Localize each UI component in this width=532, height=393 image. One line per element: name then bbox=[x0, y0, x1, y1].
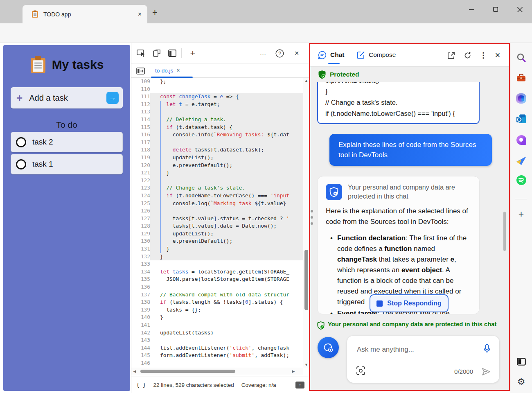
open-external-icon bbox=[447, 52, 455, 59]
ask-input[interactable] bbox=[357, 346, 467, 354]
code-editor[interactable]: 109};110111const changeTask = e => {112 … bbox=[131, 78, 303, 368]
vertical-scrollbar-thumb[interactable] bbox=[304, 250, 308, 310]
code-line-139: 139 tasks = {}; bbox=[131, 306, 303, 314]
code-line-128: 128 tasks[t.value].date = Date.now(); bbox=[131, 222, 303, 230]
code-line-125: 125 console.log(`Marking task ${t.value} bbox=[131, 200, 303, 208]
copilot-sidebar: Chat Compose ⋮ × e.preventDefault()}// C… bbox=[309, 43, 510, 391]
character-counter: 0/2000 bbox=[454, 368, 473, 375]
format-code-button[interactable]: { } bbox=[136, 382, 146, 388]
close-icon bbox=[517, 7, 523, 12]
horizontal-scrollbar[interactable]: ◀ ▶ bbox=[131, 368, 303, 375]
code-line-135: 135 JSON.parse(localStorage.getItem(STOR… bbox=[131, 276, 303, 283]
stop-responding-button[interactable]: Stop Responding bbox=[370, 294, 449, 312]
chat-input-card[interactable]: 0/2000 bbox=[347, 336, 499, 383]
page-title: My tasks bbox=[52, 58, 104, 72]
outlook-icon[interactable] bbox=[516, 113, 527, 124]
chat-scrollbar-thumb[interactable] bbox=[503, 212, 506, 251]
microphone-icon[interactable] bbox=[483, 344, 491, 355]
code-line-116: 116 console.info(`Removing tasks: ${t.da… bbox=[131, 131, 303, 139]
new-topic-button[interactable] bbox=[318, 337, 339, 358]
search-icon[interactable] bbox=[516, 52, 527, 63]
assistant-response-card: Your personal and company data are prote… bbox=[317, 176, 480, 314]
screenshot-icon[interactable] bbox=[356, 366, 365, 375]
task-item[interactable]: task 2 bbox=[11, 132, 123, 152]
code-line-130: 130 e.preventDefault(); bbox=[131, 237, 303, 245]
new-tab-button[interactable]: + bbox=[152, 8, 158, 17]
task-label: task 2 bbox=[32, 138, 53, 147]
code-line-138: 138if (tasks.length && !tasks[0].status)… bbox=[131, 298, 303, 306]
code-line-145: 145form.addEventListener('submit', addTa… bbox=[131, 352, 303, 359]
protected-shield-icon bbox=[318, 70, 326, 79]
stop-responding-label: Stop Responding bbox=[387, 300, 441, 307]
send-icon[interactable] bbox=[481, 367, 491, 377]
task-item[interactable]: task 1 bbox=[11, 154, 123, 174]
file-tab-label: to-do.js bbox=[155, 68, 173, 74]
code-line-124: 124 if (t.nodeName.toLowerCase() === 'in… bbox=[131, 192, 303, 200]
add-task-input[interactable]: + Add a task → bbox=[11, 87, 123, 108]
browser-tab[interactable]: TODO app × bbox=[23, 5, 147, 23]
task-checkbox[interactable] bbox=[16, 137, 26, 147]
quoted-code-line: // Change a task's state. bbox=[325, 97, 471, 108]
tab-close-icon[interactable]: × bbox=[138, 11, 142, 18]
file-tab-close-icon[interactable]: × bbox=[176, 67, 180, 74]
maximize-icon bbox=[493, 7, 498, 12]
open-in-window-button[interactable] bbox=[446, 50, 456, 61]
scroll-left-icon[interactable]: ◀ bbox=[131, 369, 138, 373]
navigator-toggle-button[interactable] bbox=[135, 66, 145, 76]
code-line-133: 133 bbox=[131, 260, 303, 268]
tab-compose[interactable]: Compose bbox=[357, 43, 396, 67]
chat-more-button[interactable]: ⋮ bbox=[478, 50, 489, 61]
add-sidebar-app-icon[interactable]: + bbox=[516, 209, 527, 220]
coverage-status: Coverage: n/a bbox=[241, 382, 276, 388]
file-tab-to-do-js[interactable]: to-do.js × bbox=[151, 63, 184, 77]
chat-tab-underline bbox=[328, 63, 340, 64]
devtools-close-button[interactable]: × bbox=[292, 48, 302, 58]
close-sidebar-button[interactable]: × bbox=[492, 50, 503, 61]
window-minimize-button[interactable] bbox=[465, 4, 478, 15]
microsoft-365-icon[interactable] bbox=[516, 93, 527, 104]
code-line-144: 144list.addEventListener('click', change… bbox=[131, 344, 303, 352]
vertical-scrollbar[interactable]: ▲ ▼ bbox=[303, 78, 309, 368]
task-checkbox[interactable] bbox=[16, 159, 26, 169]
devtools-help-button[interactable]: ? bbox=[275, 48, 284, 58]
quoted-code-line: } bbox=[325, 86, 471, 97]
devtools-new-tab-button[interactable]: + bbox=[188, 48, 198, 58]
browser-toolbar: microsoftedge.github.io/Demos/demo-to-do… bbox=[0, 23, 532, 43]
quoted-code-line: if (t.nodeName.toLowerCase() === 'input'… bbox=[325, 108, 471, 119]
dock-side-button[interactable] bbox=[167, 48, 177, 58]
sidebar-resize-handle[interactable] bbox=[311, 210, 314, 225]
window-maximize-button[interactable] bbox=[489, 4, 502, 15]
chat-tab-label: Chat bbox=[330, 51, 344, 59]
devtools-more-button[interactable]: … bbox=[258, 48, 268, 58]
code-line-143: 143 bbox=[131, 337, 303, 344]
code-line-115: 115 if (t.dataset.task) { bbox=[131, 124, 303, 131]
todo-header: My tasks bbox=[3, 56, 130, 74]
panel-arrow-icon bbox=[136, 68, 145, 75]
toolbox-icon[interactable] bbox=[516, 72, 527, 83]
inspect-element-button[interactable] bbox=[136, 48, 146, 58]
edge-sidebar-rail: + ⚙ bbox=[510, 43, 532, 393]
code-line-121: 121 } bbox=[131, 169, 303, 177]
devtools-panel: + … ? × to-do.js × 109};110111const chan… bbox=[131, 43, 309, 393]
code-line-134: 134let tasks = localStorage.getItem(STOR… bbox=[131, 268, 303, 276]
horizontal-scrollbar-thumb[interactable] bbox=[140, 370, 235, 373]
code-line-112: 112 let t = e.target; bbox=[131, 101, 303, 108]
scroll-up-icon[interactable]: ▲ bbox=[303, 79, 309, 83]
device-emulation-button[interactable] bbox=[152, 48, 162, 58]
pretty-print-icon[interactable]: ↑ bbox=[295, 382, 304, 388]
refresh-chat-button[interactable] bbox=[462, 50, 473, 61]
add-task-submit-button[interactable]: → bbox=[106, 92, 119, 104]
window-close-button[interactable] bbox=[514, 4, 526, 15]
designer-icon[interactable] bbox=[516, 134, 527, 145]
sidebar-toggle-icon[interactable] bbox=[516, 356, 527, 367]
drop-icon[interactable] bbox=[516, 155, 527, 166]
devtools-tab-strip: to-do.js × bbox=[131, 63, 309, 78]
spotify-icon[interactable] bbox=[516, 174, 527, 185]
selection-status: 22 lines, 529 characters selected bbox=[153, 382, 234, 388]
protected-banner: Protected bbox=[309, 67, 510, 82]
code-line-137: 137// Backward compat with old data stru… bbox=[131, 291, 303, 299]
scroll-down-icon[interactable]: ▼ bbox=[303, 363, 309, 367]
compose-tab-label: Compose bbox=[369, 51, 396, 59]
settings-gear-icon[interactable]: ⚙ bbox=[516, 376, 527, 387]
scroll-right-icon[interactable]: ▶ bbox=[290, 369, 297, 373]
